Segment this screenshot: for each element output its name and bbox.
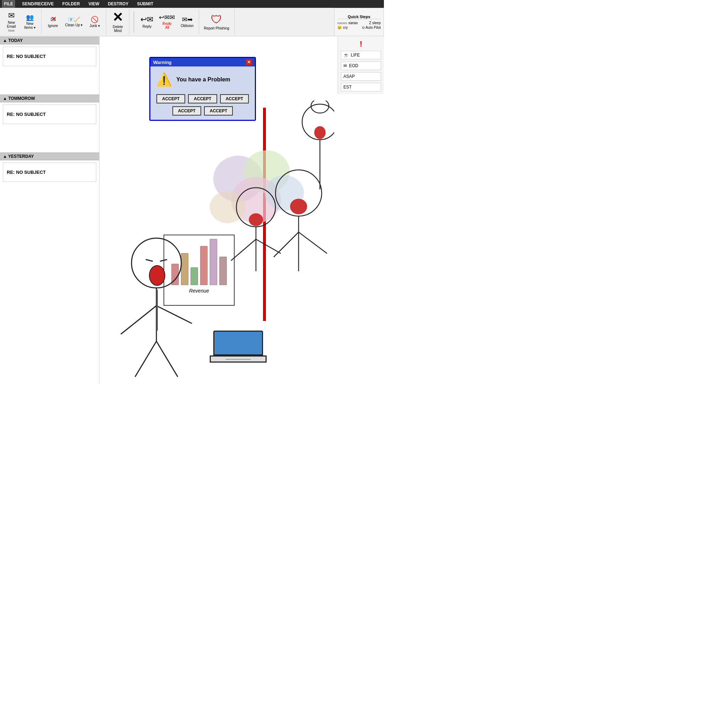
svg-line-1 [146, 260, 153, 261]
ignore-button[interactable]: ✉✕ Ignore [44, 15, 61, 29]
reply-icon: ↩✉ [141, 16, 153, 23]
svg-line-9 [156, 341, 178, 377]
date-header-yesterday: ▲ YESTERDAY [0, 153, 99, 160]
warning-message-row: ⚠️ You have a Problem [156, 72, 230, 87]
menu-submit[interactable]: SUBMIT [135, 1, 154, 7]
svg-point-17 [290, 199, 307, 214]
today-label: ▲ TODAY [3, 38, 23, 43]
quick-steps-panel: Quick Steps ▭▭▭ xanax Z sleep 😢 cry ⊙ Au… [334, 8, 384, 36]
exclamation-mark: ! [341, 40, 381, 49]
menu-folder[interactable]: FOLDER [61, 1, 81, 7]
reply-button[interactable]: ↩✉ Reply [138, 14, 155, 30]
svg-line-8 [135, 341, 156, 377]
warning-titlebar: Warning ✕ [150, 58, 255, 66]
oblivion-label: Oblivion [180, 24, 193, 28]
side-item-eod[interactable]: ✉ EOD [341, 61, 381, 70]
menu-destroy[interactable]: DESTROY [106, 1, 130, 7]
junk-icon: 🚫 [91, 16, 98, 23]
laptop-area: ■ ■ ■ ■ ■ ■ ■ ■ ■ ■ ■ ■ ■ ■ ■ ■ ■ ■ ■ ■ [210, 330, 267, 366]
report-phishing-label: Report Phishing [204, 26, 229, 30]
tomorrow-label: ▲ TOMMOROW [3, 96, 35, 101]
delete-mind-label: DeleteMind [113, 25, 123, 33]
email-item-yesterday[interactable]: RE: NO SUBJECT [3, 162, 96, 182]
quick-steps-title: Quick Steps [337, 15, 381, 19]
yesterday-label: ▲ YESTERDAY [3, 154, 34, 159]
new-email-button[interactable]: ✉ NewEmailNow [3, 10, 20, 34]
toolbar: ✉ NewEmailNow 👥 NewItems ▾ ✉✕ Ignore 📧🧹 … [0, 8, 384, 36]
accept-button-3[interactable]: ACCEPT [220, 94, 249, 104]
delete-icon: ✕ [112, 11, 123, 24]
new-items-label: NewItems ▾ [24, 22, 35, 29]
qs-cry-icon: 😢 [337, 26, 342, 29]
qs-item-xanax[interactable]: ▭▭▭ xanax Z sleep [337, 21, 381, 25]
warning-close-button[interactable]: ✕ [246, 59, 252, 66]
side-panel: ! ☕ LIFE ✉ EOD ASAP EST [338, 37, 384, 94]
ignore-label: Ignore [48, 24, 58, 28]
right-figures-svg [220, 101, 334, 278]
laptop-screen [213, 330, 263, 355]
accept-button-5[interactable]: ACCEPT [204, 106, 233, 116]
svg-line-19 [274, 232, 298, 257]
junk-label: Junk ▾ [90, 24, 100, 28]
side-item-asap[interactable]: ASAP [341, 72, 381, 81]
qs-item-cry[interactable]: 😢 cry ⊙ Auto Pilot [337, 26, 381, 29]
email-subject-today: RE: NO SUBJECT [7, 54, 46, 59]
new-email-label: NewEmailNow [7, 21, 16, 32]
menu-view[interactable]: VIEW [87, 1, 101, 7]
toolbar-group-cleanup: ✉✕ Ignore 📧🧹 Clean Up ▾ 🚫 Junk ▾ [44, 9, 106, 35]
ignore-icon: ✉✕ [50, 16, 56, 23]
oblivion-button[interactable]: ✉➡ Oblivion [179, 15, 196, 29]
side-item-life[interactable]: ☕ LIFE [341, 51, 381, 60]
qs-sleep-label: Z sleep [369, 21, 381, 25]
email-item-today[interactable]: RE: NO SUBJECT [3, 47, 96, 66]
screaming-figure-svg [99, 235, 213, 384]
warning-title: Warning [153, 60, 172, 65]
laptop-keyboard: ■ ■ ■ ■ ■ ■ ■ ■ ■ ■ ■ ■ ■ ■ ■ ■ ■ ■ ■ ■ [210, 355, 267, 362]
cleanup-icon: 📧🧹 [68, 17, 80, 22]
new-items-button[interactable]: 👥 NewItems ▾ [21, 13, 38, 31]
email-item-tomorrow[interactable]: RE: NO SUBJECT [3, 104, 96, 124]
accept-button-4[interactable]: ACCEPT [173, 106, 201, 116]
svg-point-22 [311, 101, 329, 113]
warning-body: ⚠️ You have a Problem [150, 66, 255, 93]
menu-send-receive[interactable]: SEND/RECEIVE [21, 1, 55, 7]
toolbar-group-phishing: 🛡 Report Phishing [202, 9, 235, 35]
eod-label: EOD [349, 63, 358, 68]
report-phishing-button[interactable]: 🛡 Report Phishing [202, 12, 231, 32]
email-icon-side: ✉ [343, 63, 347, 68]
svg-line-6 [121, 306, 156, 334]
reply-all-icon: ↩✉✉ [159, 14, 175, 21]
toolbar-group-respond: ↩✉ Reply ↩✉✉ ReplyAll ✉➡ Oblivion [138, 9, 199, 35]
delete-mind-button[interactable]: ✕ DeleteMind [109, 9, 126, 34]
cleanup-button[interactable]: 📧🧹 Clean Up ▾ [63, 16, 85, 28]
toolbar-group-delete: ✕ DeleteMind [109, 9, 129, 35]
date-header-today: ▲ TODAY [0, 37, 99, 44]
est-label: EST [343, 85, 352, 90]
date-header-tomorrow: ▲ TOMMOROW [0, 95, 99, 102]
svg-line-14 [231, 239, 256, 260]
side-item-est[interactable]: EST [341, 83, 381, 91]
svg-line-20 [298, 232, 327, 254]
qs-autopilot-label: ⊙ Auto Pilot [362, 26, 381, 29]
email-list: ▲ TODAY RE: NO SUBJECT ▲ TOMMOROW RE: NO… [0, 37, 99, 384]
svg-point-12 [249, 213, 263, 226]
accept-button-2[interactable]: ACCEPT [188, 94, 217, 104]
warning-dialog: Warning ✕ ⚠️ You have a Problem ACCEPT A… [149, 57, 256, 121]
junk-button[interactable]: 🚫 Junk ▾ [86, 15, 103, 29]
coffee-icon: ☕ [343, 53, 349, 58]
email-subject-tomorrow: RE: NO SUBJECT [7, 112, 46, 117]
accept-button-1[interactable]: ACCEPT [156, 94, 185, 104]
warning-message-text: You have a Problem [176, 76, 230, 83]
menu-file[interactable]: FILE [2, 0, 15, 8]
life-label: LIFE [351, 53, 360, 58]
warning-buttons-area: ACCEPT ACCEPT ACCEPT ACCEPT ACCEPT [150, 93, 255, 120]
reply-all-button[interactable]: ↩✉✉ ReplyAll [157, 13, 177, 31]
warning-alert-icon: ⚠️ [156, 72, 172, 87]
reply-label: Reply [142, 24, 152, 28]
asap-label: ASAP [343, 74, 355, 79]
svg-line-7 [156, 306, 192, 323]
qs-cry-label: cry [343, 26, 348, 29]
email-subject-yesterday: RE: NO SUBJECT [7, 170, 46, 175]
svg-point-23 [314, 126, 326, 139]
svg-line-2 [160, 260, 167, 261]
